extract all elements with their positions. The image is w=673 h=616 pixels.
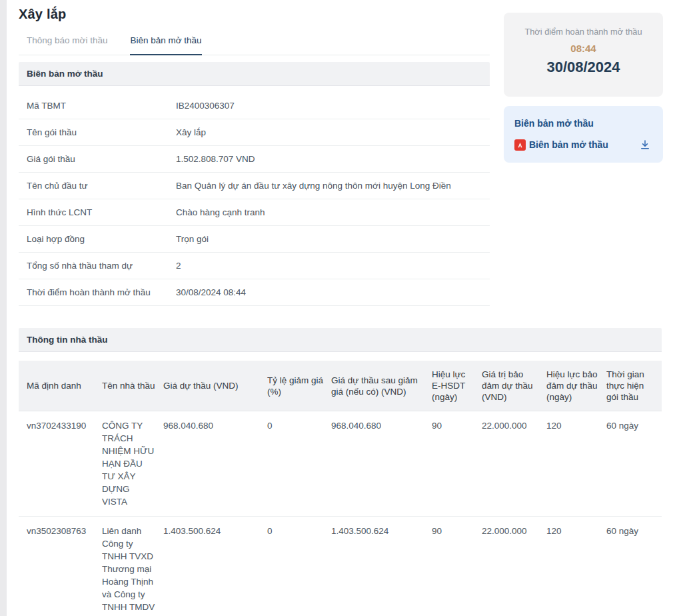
opening-time-value: 08:44 xyxy=(504,43,663,54)
bidder-duration: 60 ngày xyxy=(606,411,662,517)
tab-invitation-notice[interactable]: Thông báo mời thầu xyxy=(27,35,107,55)
bidder-guarantee-value: 22.000.000 xyxy=(482,517,546,616)
bidders-section: Thông tin nhà thầu Mã định danh Tên nhà … xyxy=(19,328,662,616)
bidder-price-after: 968.040.680 xyxy=(331,411,432,517)
download-card: Biên bản mở thầu Biên bản mở thầu xyxy=(504,106,663,163)
bidders-table-header-row: Mã định danh Tên nhà thầu Giá dự thầu (V… xyxy=(19,361,662,411)
bidder-price: 968.040.680 xyxy=(163,411,267,517)
download-card-heading: Biên bản mở thầu xyxy=(514,118,652,129)
download-icon[interactable] xyxy=(638,137,652,152)
tab-bid-opening-record[interactable]: Biên bản mở thầu xyxy=(130,35,201,55)
detail-value: Xây lắp xyxy=(176,119,490,145)
bidder-ehsdt-validity: 90 xyxy=(432,517,482,616)
detail-row-ma-tbmt: Mã TBMT IB2400306307 xyxy=(19,93,490,119)
detail-row-gia-goi-thau: Giá gói thầu 1.502.808.707 VND xyxy=(19,146,490,173)
col-header-duration: Thời gian thực hiện gói thầu xyxy=(606,361,662,411)
col-header-name: Tên nhà thầu xyxy=(102,361,163,411)
bidder-price: 1.403.500.624 xyxy=(163,517,267,616)
detail-value: 30/08/2024 08:44 xyxy=(176,279,490,305)
bidder-duration: 60 ngày xyxy=(606,517,662,616)
record-section-header: Biên bản mở thầu xyxy=(19,62,490,86)
record-details: Mã TBMT IB2400306307 Tên gói thầu Xây lắ… xyxy=(19,93,490,306)
detail-row-chu-dau-tu: Tên chủ đầu tư Ban Quản lý dự án đầu tư … xyxy=(19,173,490,199)
detail-value: Ban Quản lý dự án đầu tư xây dựng nông t… xyxy=(176,173,490,199)
tab-bar: Thông báo mời thầu Biên bản mở thầu xyxy=(19,35,490,55)
bidder-discount: 0 xyxy=(267,411,331,517)
col-header-guarantee-value: Giá trị bảo đảm dự thầu (VND) xyxy=(482,361,546,411)
page-title: Xây lắp xyxy=(19,7,490,22)
detail-value: IB2400306307 xyxy=(176,93,490,119)
col-header-guarantee-validity: Hiệu lực bảo đảm dự thầu (ngày) xyxy=(546,361,606,411)
sidebar: Thời điểm hoàn thành mở thầu 08:44 30/08… xyxy=(504,13,663,163)
page-left-gutter xyxy=(0,0,7,616)
detail-label: Tên chủ đầu tư xyxy=(19,173,176,199)
detail-value: 2 xyxy=(176,253,490,279)
pdf-file-link[interactable]: Biên bản mở thầu xyxy=(514,139,608,151)
bidder-price-after: 1.403.500.624 xyxy=(331,517,432,616)
detail-label: Tên gói thầu xyxy=(19,119,176,145)
bidder-row: vn3702433190 CÔNG TY TRÁCH NHIỆM HỮU HẠN… xyxy=(19,411,662,517)
bidder-guarantee-validity: 120 xyxy=(546,517,606,616)
page: Xây lắp Thông báo mời thầu Biên bản mở t… xyxy=(0,0,673,616)
col-header-ehsdt-validity: Hiệu lực E-HSDT (ngày) xyxy=(432,361,482,411)
detail-label: Giá gói thầu xyxy=(19,146,176,172)
bidder-ehsdt-validity: 90 xyxy=(432,411,482,517)
pdf-file-icon xyxy=(514,139,526,151)
detail-label: Tổng số nhà thầu tham dự xyxy=(19,253,176,279)
col-header-price-after-discount: Giá dự thầu sau giảm giá (nếu có) (VND) xyxy=(331,361,432,411)
bidder-id: vn3502308763 xyxy=(19,517,102,616)
opening-time-label: Thời điểm hoàn thành mở thầu xyxy=(504,27,663,37)
detail-label: Mã TBMT xyxy=(19,93,176,119)
detail-value: Chào hàng cạnh tranh xyxy=(176,199,490,225)
bidder-id: vn3702433190 xyxy=(19,411,102,517)
download-file-row: Biên bản mở thầu xyxy=(514,137,652,152)
bidder-name: Liên danh Công ty TNHH TVXD Thương mại H… xyxy=(102,517,163,616)
detail-row-so-nha-thau: Tổng số nhà thầu tham dự 2 xyxy=(19,253,490,279)
bidder-row: vn3502308763 Liên danh Công ty TNHH TVXD… xyxy=(19,517,662,616)
detail-row-ten-goi-thau: Tên gói thầu Xây lắp xyxy=(19,119,490,146)
col-header-bid-price: Giá dự thầu (VND) xyxy=(163,361,267,411)
opening-date-value: 30/08/2024 xyxy=(504,59,663,76)
col-header-id: Mã định danh xyxy=(19,361,102,411)
pdf-file-label: Biên bản mở thầu xyxy=(529,139,608,150)
detail-row-loai-hop-dong: Loại hợp đồng Trọn gói xyxy=(19,226,490,253)
detail-label: Hình thức LCNT xyxy=(19,199,176,225)
bidder-guarantee-value: 22.000.000 xyxy=(482,411,546,517)
bidder-discount: 0 xyxy=(267,517,331,616)
detail-value: 1.502.808.707 VND xyxy=(176,146,490,172)
detail-value: Trọn gói xyxy=(176,226,490,252)
bidders-table: Mã định danh Tên nhà thầu Giá dự thầu (V… xyxy=(19,361,662,616)
opening-time-card: Thời điểm hoàn thành mở thầu 08:44 30/08… xyxy=(504,13,663,97)
bidder-guarantee-validity: 120 xyxy=(546,411,606,517)
bidder-name: CÔNG TY TRÁCH NHIỆM HỮU HẠN ĐẦU TƯ XÂY D… xyxy=(102,411,163,517)
detail-row-hinh-thuc-lcnt: Hình thức LCNT Chào hàng cạnh tranh xyxy=(19,199,490,226)
detail-label: Thời điểm hoàn thành mở thầu xyxy=(19,279,176,305)
bidders-section-header: Thông tin nhà thầu xyxy=(19,328,662,352)
detail-label: Loại hợp đồng xyxy=(19,226,176,252)
col-header-discount: Tỷ lệ giảm giá (%) xyxy=(267,361,331,411)
detail-row-thoi-diem-mo-thau: Thời điểm hoàn thành mở thầu 30/08/2024 … xyxy=(19,279,490,306)
